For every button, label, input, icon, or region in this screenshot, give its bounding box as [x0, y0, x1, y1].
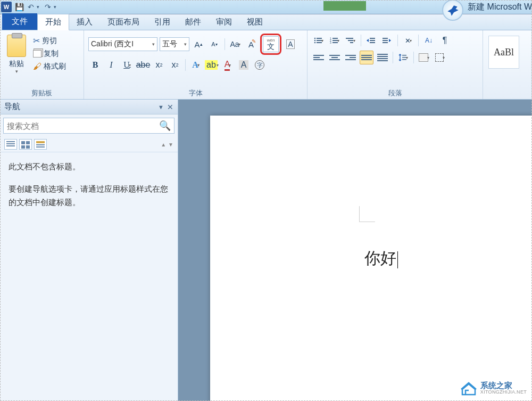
bird-logo-icon — [442, 0, 463, 21]
superscript-button[interactable]: x2 — [168, 58, 182, 72]
separator — [361, 35, 361, 46]
align-right-button[interactable] — [344, 51, 358, 64]
document-page[interactable]: 你好 — [210, 116, 532, 401]
char-border-icon: A — [286, 39, 294, 49]
tab-mailings[interactable]: 邮件 — [178, 14, 209, 30]
subscript-button[interactable]: x2 — [152, 58, 166, 72]
ribbon: 粘贴 ▾ ✂剪切 复制 🖌格式刷 剪贴板 Calibri (西文I▾ 五号▾ A… — [0, 30, 532, 100]
tab-file[interactable]: 文件 — [2, 13, 37, 30]
document-text[interactable]: 你好 — [364, 248, 398, 269]
font-size-combo[interactable]: 五号▾ — [160, 37, 189, 51]
svg-rect-12 — [346, 38, 353, 39]
font-size-value: 五号 — [162, 39, 177, 49]
svg-rect-18 — [383, 38, 388, 39]
svg-rect-13 — [348, 40, 353, 41]
shrink-font-button[interactable]: A▾ — [207, 37, 221, 51]
character-shading-button[interactable]: A — [237, 58, 251, 72]
group-styles: AaBl — [483, 30, 532, 99]
shading-button[interactable]: ▾ — [417, 51, 431, 64]
nav-expand-icon[interactable]: ▲ — [161, 142, 166, 148]
distributed-button[interactable] — [376, 51, 389, 64]
nav-view-headings[interactable] — [4, 139, 17, 150]
highlight-icon: ab — [205, 60, 218, 70]
tab-insert[interactable]: 插入 — [69, 14, 100, 30]
svg-point-0 — [314, 38, 316, 39]
nav-empty-msg-1: 此文档不包含标题。 — [9, 160, 169, 174]
numbering-button[interactable]: 123▾ — [328, 34, 342, 47]
paste-label: 粘贴 — [9, 59, 24, 69]
svg-rect-16 — [370, 40, 375, 41]
group-styles-label — [486, 88, 528, 99]
increase-indent-button[interactable] — [380, 34, 394, 47]
format-painter-label: 格式刷 — [44, 62, 66, 71]
paste-icon — [7, 35, 26, 57]
separator — [397, 35, 398, 46]
nav-dropdown-icon[interactable]: ▼ — [158, 104, 164, 110]
multilevel-list-button[interactable]: ▾ — [344, 34, 358, 47]
watermark-logo-icon — [460, 381, 477, 396]
underline-button[interactable]: U▾ — [120, 58, 134, 72]
tab-view[interactable]: 视图 — [239, 14, 270, 30]
nav-view-tabs: ▲ ▼ — [0, 137, 178, 152]
italic-button[interactable]: I — [104, 58, 118, 72]
copy-button[interactable]: 复制 — [33, 49, 66, 59]
watermark-text-cn: 系统之家 — [480, 381, 527, 390]
qat-undo-icon[interactable]: ↶ — [25, 1, 37, 13]
highlight-button[interactable]: ab▾ — [205, 58, 219, 72]
tab-review[interactable]: 审阅 — [209, 14, 239, 30]
qat-save-icon[interactable]: 💾 — [13, 1, 25, 13]
text-effects-button[interactable]: A▾ — [189, 58, 203, 72]
strikethrough-button[interactable]: abe — [136, 58, 150, 72]
title-bar: W 💾 ↶ ▾ ↷ ▾ 新建 Microsoft W — [0, 0, 532, 14]
nav-view-results[interactable] — [34, 139, 47, 150]
sort-button[interactable]: A↓ — [422, 34, 436, 47]
qat-customize-dropdown-icon[interactable]: ▾ — [54, 4, 59, 10]
cut-label: 剪切 — [42, 36, 57, 46]
font-name-combo[interactable]: Calibri (西文I▾ — [88, 37, 157, 51]
qat-redo-icon[interactable]: ↷ — [42, 1, 54, 13]
tab-references[interactable]: 引用 — [147, 14, 178, 30]
nav-close-icon[interactable]: ✕ — [167, 103, 173, 111]
change-case-button[interactable]: Aa▾ — [228, 37, 242, 51]
phonetic-char: 文 — [267, 43, 275, 50]
align-justify-button[interactable] — [360, 51, 373, 64]
nav-body: 此文档不包含标题。 要创建导航选项卡，请通过应用标题样式在您的文档中创建标题。 — [0, 152, 178, 225]
align-center-button[interactable] — [328, 51, 342, 64]
format-painter-button[interactable]: 🖌格式刷 — [33, 62, 66, 71]
bold-button[interactable]: B — [88, 58, 102, 72]
align-left-button[interactable] — [312, 51, 326, 64]
separator — [393, 52, 393, 63]
background-window-tag — [323, 1, 366, 11]
character-border-button[interactable]: A — [284, 37, 297, 51]
grow-font-button[interactable]: A▴ — [192, 37, 205, 51]
nav-collapse-icon[interactable]: ▼ — [168, 142, 173, 148]
search-icon[interactable]: 🔍 — [159, 120, 171, 132]
show-marks-button[interactable]: ¶ — [438, 34, 452, 47]
tab-page-layout[interactable]: 页面布局 — [100, 14, 147, 30]
nav-view-pages[interactable] — [19, 139, 32, 150]
decrease-indent-button[interactable] — [364, 34, 378, 47]
document-area[interactable]: 你好 — [178, 100, 532, 401]
phonetic-guide-button[interactable]: wén 文 — [263, 36, 279, 52]
asian-layout-button[interactable]: ✕▾ — [401, 34, 415, 47]
clear-formatting-button[interactable]: A✎ — [244, 37, 258, 51]
borders-button[interactable]: ▾ — [433, 51, 447, 64]
search-input[interactable] — [7, 121, 159, 130]
group-clipboard-label: 剪贴板 — [3, 88, 80, 99]
svg-rect-19 — [383, 40, 388, 41]
font-color-button[interactable]: A▾ — [221, 58, 235, 72]
watermark: 系统之家 XITONGZHIJIA.NET — [460, 381, 527, 396]
nav-search-box[interactable]: 🔍 — [3, 118, 174, 134]
copy-label: 复制 — [44, 49, 59, 59]
style-normal[interactable]: AaBl — [488, 36, 519, 69]
line-spacing-button[interactable]: ▾ — [396, 51, 410, 64]
group-paragraph: ▾ 123▾ ▾ ✕▾ A↓ ¶ ▾ ▾ — [307, 30, 483, 99]
bullets-button[interactable]: ▾ — [312, 34, 326, 47]
cut-button[interactable]: ✂剪切 — [33, 36, 66, 46]
enclose-characters-button[interactable]: 字 — [253, 58, 267, 72]
paste-button[interactable]: 粘贴 ▾ — [3, 32, 30, 88]
separator — [413, 52, 414, 63]
tab-home[interactable]: 开始 — [37, 14, 69, 30]
group-clipboard: 粘贴 ▾ ✂剪切 复制 🖌格式刷 剪贴板 — [0, 30, 84, 99]
qat-undo-dropdown-icon[interactable]: ▾ — [37, 4, 42, 10]
